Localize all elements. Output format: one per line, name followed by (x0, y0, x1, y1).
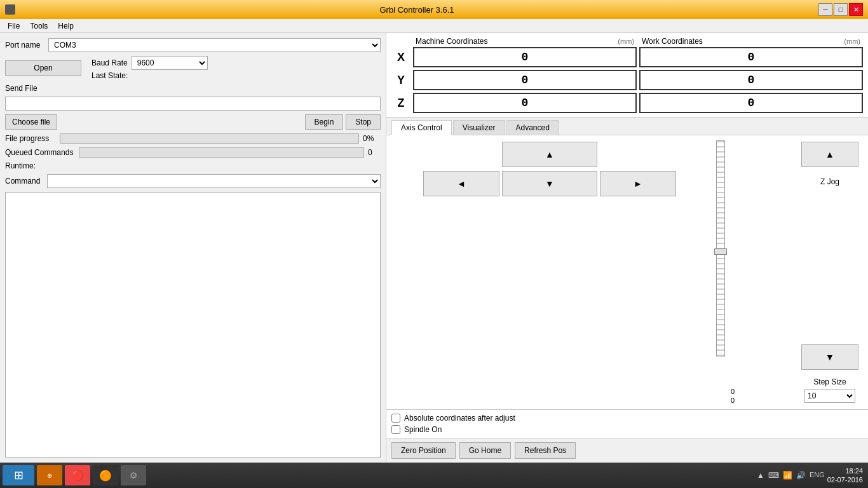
work-z-input[interactable] (639, 93, 863, 113)
work-x-input[interactable] (639, 47, 863, 67)
taskbar-right: ▲ ⌨ 📶 🔊 ENG 18:24 02-07-2016 (757, 466, 865, 485)
axis-y-label: Y (391, 74, 410, 87)
tabs-bar: Axis Control Visualizer Advanced (386, 118, 868, 135)
menu-file[interactable]: File (3, 20, 25, 32)
slider-val-2: 0 (731, 396, 735, 404)
jog-x-minus-button[interactable]: ◄ (423, 171, 499, 196)
network-icon: 📶 (783, 471, 792, 480)
menu-tools[interactable]: Tools (25, 20, 53, 32)
port-name-label: Port name (5, 41, 43, 50)
file-progress-bar (60, 133, 359, 144)
absolute-coords-checkbox[interactable] (391, 414, 400, 423)
xy-jog-area: ▲ ◄ ▼ ► (386, 135, 713, 409)
zero-position-button[interactable]: Zero Position (391, 442, 456, 459)
jog-z-minus-button[interactable]: ▼ (801, 344, 858, 370)
command-select[interactable] (47, 174, 381, 188)
jog-y-minus-button[interactable]: ▼ (502, 171, 597, 196)
date-display: 02-07-2016 (827, 475, 863, 484)
z-jog-section: ▲ Z Jog ▼ Step Size 10 1 5 25 50 100 (792, 135, 868, 409)
slider-thumb (714, 248, 727, 255)
keyboard-icon: ⌨ (768, 471, 779, 480)
machine-x-input[interactable] (413, 47, 637, 67)
vertical-slider-section[interactable] (713, 135, 728, 409)
z-jog-label: Z Jog (820, 177, 839, 186)
machine-coords-label: Machine Coordinates (416, 37, 487, 46)
runtime-label: Runtime: (5, 161, 36, 170)
go-home-button[interactable]: Go Home (459, 442, 511, 459)
baud-rate-select[interactable]: 9600 (132, 56, 208, 70)
jog-x-plus-button[interactable]: ► (600, 171, 676, 196)
absolute-coords-label: Absolute coordinates after adjust (404, 414, 515, 423)
queued-commands-bar (79, 147, 364, 158)
axis-x-label: X (391, 51, 410, 64)
file-progress-row: File progress 0% (5, 133, 381, 144)
last-state-label: Last State: (92, 71, 128, 80)
volume-icon[interactable]: 🔊 (796, 471, 806, 480)
open-button[interactable]: Open (5, 60, 81, 76)
slider-val-1: 0 (731, 388, 735, 395)
spindle-on-label: Spindle On (404, 425, 442, 434)
app-icon (5, 4, 15, 15)
jog-y-plus-button[interactable]: ▲ (502, 142, 597, 167)
jog-z-plus-button[interactable]: ▲ (801, 142, 858, 167)
taskbar-clock[interactable]: 18:24 02-07-2016 (827, 466, 863, 485)
taskbar-app-2[interactable]: 🔴 (65, 465, 90, 485)
menu-help[interactable]: Help (53, 20, 79, 32)
work-coords-units: (mm) (844, 37, 860, 45)
machine-y-input[interactable] (413, 70, 637, 90)
machine-coords-units: (mm) (618, 37, 634, 45)
taskbar-app-4[interactable]: ⚙ (121, 465, 146, 485)
coordinates-section: Machine Coordinates (mm) Work Coordinate… (386, 33, 868, 118)
minimize-button[interactable]: ─ (818, 3, 832, 16)
bottom-buttons: Zero Position Go Home Refresh Pos (386, 438, 868, 463)
send-file-section: Send File (5, 84, 381, 93)
window-title: Grbl Controller 3.6.1 (15, 5, 818, 15)
command-row: Command (5, 174, 381, 188)
work-y-input[interactable] (639, 70, 863, 90)
choose-file-button[interactable]: Choose file (5, 114, 57, 130)
lang-icon: ENG (810, 471, 825, 480)
start-button[interactable]: ⊞ (3, 465, 34, 485)
taskbar-system-icons: ▲ ⌨ 📶 🔊 ENG (757, 471, 825, 480)
right-panel: Machine Coordinates (mm) Work Coordinate… (386, 33, 868, 463)
menu-bar: File Tools Help (0, 19, 868, 33)
close-button[interactable]: ✕ (849, 3, 863, 16)
spindle-on-row: Spindle On (391, 425, 863, 434)
absolute-coords-row: Absolute coordinates after adjust (391, 414, 863, 423)
chevron-icon[interactable]: ▲ (757, 471, 764, 480)
main-layout: Port name COM3 Open Baud Rate 9600 Last … (0, 33, 868, 463)
machine-z-input[interactable] (413, 93, 637, 113)
begin-button[interactable]: Begin (305, 114, 344, 130)
work-coords-label: Work Coordinates (642, 37, 703, 46)
tab-advanced[interactable]: Advanced (506, 120, 559, 135)
time-display: 18:24 (827, 466, 863, 475)
taskbar-app-1[interactable]: ⊕ (37, 465, 62, 485)
start-icon: ⊞ (14, 468, 24, 482)
jog-mid-row: ◄ ▼ ► (423, 171, 676, 196)
port-select[interactable]: COM3 (48, 38, 381, 52)
taskbar-app-3[interactable]: 🟠 (93, 465, 118, 485)
checkboxes-section: Absolute coordinates after adjust Spindl… (386, 409, 868, 438)
maximize-button[interactable]: □ (834, 3, 848, 16)
file-path-input[interactable] (5, 97, 381, 111)
axis-z-label: Z (391, 97, 410, 110)
tab-axis-control[interactable]: Axis Control (391, 120, 452, 135)
slider-track[interactable] (716, 140, 725, 356)
title-bar: Grbl Controller 3.6.1 ─ □ ✕ (0, 0, 868, 19)
port-row: Port name COM3 (5, 38, 381, 52)
queued-commands-row: Queued Commands 0 (5, 147, 381, 158)
tab-visualizer[interactable]: Visualizer (453, 120, 505, 135)
taskbar: ⊞ ⊕ 🔴 🟠 ⚙ ▲ ⌨ 📶 🔊 ENG 18:24 02-07-2016 (0, 463, 868, 488)
spindle-on-checkbox[interactable] (391, 425, 400, 434)
stop-button[interactable]: Stop (346, 114, 381, 130)
queued-commands-label: Queued Commands (5, 148, 75, 157)
file-progress-label: File progress (5, 134, 56, 143)
console-area[interactable] (5, 192, 381, 458)
step-size-label: Step Size (813, 377, 846, 386)
command-label: Command (5, 177, 43, 186)
axis-control-content: ▲ ◄ ▼ ► 0 0 (386, 135, 868, 409)
queued-count: 0 (368, 148, 381, 157)
slider-numbers-section: 0 0 (728, 135, 792, 409)
step-size-select[interactable]: 10 1 5 25 50 100 (804, 389, 855, 403)
refresh-pos-button[interactable]: Refresh Pos (515, 442, 576, 459)
